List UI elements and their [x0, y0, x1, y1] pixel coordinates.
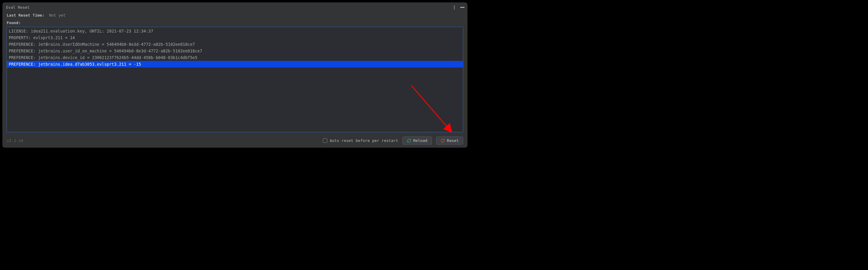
last-reset-value: Not yet — [47, 13, 66, 18]
reset-icon — [441, 139, 445, 143]
footer: v2.1.14 Auto reset before per restart Re… — [2, 132, 467, 148]
reload-button[interactable]: Reload — [402, 137, 432, 145]
last-reset-row: Last Reset Time: Not yet — [2, 12, 467, 19]
more-options-icon[interactable] — [453, 4, 456, 10]
log-line[interactable]: PROPERTY: evlsprt3.211 = 14 — [7, 34, 463, 41]
log-line[interactable]: PREFERENCE: jetbrains.idea.d7ab3053.evls… — [7, 61, 463, 67]
found-log-textarea[interactable]: LICENSE: idea211.evaluation.key, UNTIL: … — [7, 27, 463, 132]
auto-reset-label: Auto reset before per restart — [330, 138, 398, 143]
reset-button-label: Reset — [447, 138, 459, 143]
minimize-icon[interactable] — [460, 7, 464, 8]
window-title: Eval Reset — [6, 5, 30, 10]
log-line[interactable]: PREFERENCE: JetBrains.UserIdOnMachine = … — [7, 41, 463, 48]
log-line[interactable]: PREFERENCE: jetbrains.user_id_on_machine… — [7, 48, 463, 54]
auto-reset-checkbox[interactable]: Auto reset before per restart — [323, 138, 398, 143]
reset-button[interactable]: Reset — [436, 137, 463, 145]
window-controls — [453, 4, 464, 10]
refresh-icon — [407, 139, 411, 143]
log-line[interactable]: LICENSE: idea211.evaluation.key, UNTIL: … — [7, 28, 463, 34]
reload-button-label: Reload — [413, 138, 427, 143]
title-bar: Eval Reset — [2, 2, 467, 12]
checkbox-box-icon — [323, 138, 327, 143]
footer-right: Auto reset before per restart Reload Res… — [323, 137, 463, 145]
last-reset-label: Last Reset Time: — [7, 13, 44, 18]
eval-reset-window: Eval Reset Last Reset Time: Not yet Foun… — [2, 2, 467, 148]
version-label: v2.1.14 — [7, 138, 23, 143]
log-line[interactable]: PREFERENCE: jetbrains.device_id = 230621… — [7, 54, 463, 61]
found-label: Found: — [2, 19, 467, 27]
